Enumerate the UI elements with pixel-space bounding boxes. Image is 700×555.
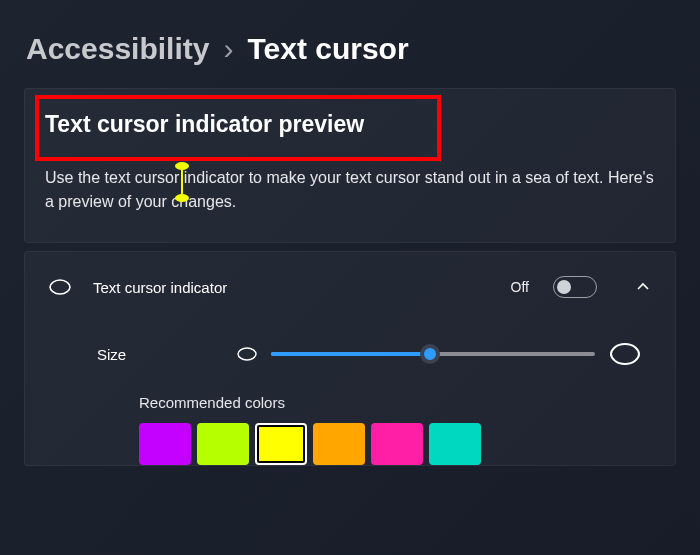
indicator-card: Text cursor indicator Off Size Recommend… bbox=[24, 251, 676, 466]
toggle-state-label: Off bbox=[511, 279, 529, 295]
color-swatch-2[interactable] bbox=[255, 423, 307, 465]
preview-card: Text cursor indicator preview Use the te… bbox=[24, 88, 676, 243]
expand-chevron-icon[interactable] bbox=[635, 279, 651, 295]
preview-title: Text cursor indicator preview bbox=[45, 111, 364, 138]
color-swatch-4[interactable] bbox=[371, 423, 423, 465]
breadcrumb-parent[interactable]: Accessibility bbox=[26, 32, 209, 66]
size-max-icon bbox=[609, 342, 641, 366]
breadcrumb: Accessibility › Text cursor bbox=[0, 0, 700, 88]
color-swatch-1[interactable] bbox=[197, 423, 249, 465]
indicator-label: Text cursor indicator bbox=[93, 279, 227, 296]
size-slider[interactable] bbox=[271, 352, 595, 356]
chevron-right-icon: › bbox=[223, 32, 233, 66]
indicator-row: Text cursor indicator Off bbox=[25, 252, 675, 322]
slider-thumb[interactable] bbox=[420, 344, 440, 364]
preview-description-text: Use the text cursor indicator to make yo… bbox=[45, 169, 654, 210]
color-swatch-3[interactable] bbox=[313, 423, 365, 465]
cursor-blob-icon bbox=[49, 279, 73, 295]
color-swatch-0[interactable] bbox=[139, 423, 191, 465]
indicator-toggle[interactable] bbox=[553, 276, 597, 298]
size-min-icon bbox=[237, 347, 257, 361]
recommended-colors-section: Recommended colors bbox=[25, 390, 675, 465]
size-row: Size bbox=[25, 322, 675, 390]
color-swatches bbox=[139, 423, 651, 465]
size-label: Size bbox=[97, 346, 217, 363]
color-swatch-5[interactable] bbox=[429, 423, 481, 465]
preview-description: Use the text cursor indicator to make yo… bbox=[45, 166, 655, 214]
recommended-colors-label: Recommended colors bbox=[139, 394, 651, 411]
breadcrumb-current: Text cursor bbox=[247, 32, 408, 66]
